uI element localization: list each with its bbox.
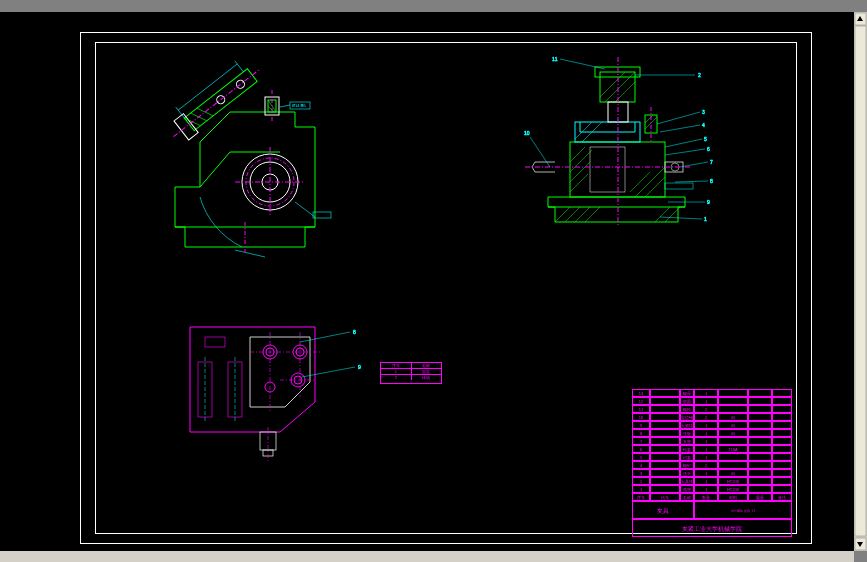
titleblock-cell: 底座 <box>680 485 694 493</box>
titleblock-cell <box>650 413 680 421</box>
svg-line-16 <box>235 61 244 72</box>
titleblock-cell: 定位销 <box>680 413 694 421</box>
svg-line-69 <box>680 162 708 167</box>
titleblock-cell <box>718 453 748 461</box>
titleblock-cell <box>772 405 792 413</box>
titleblock-cell: 11 <box>632 405 650 413</box>
drawing-canvas[interactable]: Ø14基5 <box>10 12 854 551</box>
svg-line-65 <box>665 139 702 147</box>
titleblock-cell: 1 <box>694 445 718 453</box>
titleblock-cell <box>748 429 772 437</box>
titleblock-cell <box>748 485 772 493</box>
title-block: 13螺母112垫圈111螺栓210定位销2459夹紧块1458压板1457支座1… <box>632 389 792 539</box>
svg-rect-82 <box>205 337 225 347</box>
titleblock-cell <box>748 453 772 461</box>
svg-line-63 <box>660 125 700 132</box>
svg-text:7: 7 <box>710 159 713 165</box>
scrollbar-horizontal[interactable] <box>0 551 854 562</box>
svg-text:9: 9 <box>707 199 710 205</box>
titleblock-cell <box>650 485 680 493</box>
svg-rect-34 <box>590 147 625 192</box>
titleblock-cell <box>718 397 748 405</box>
titleblock-header-cell: 代号 <box>650 493 680 501</box>
svg-rect-108 <box>0 12 10 551</box>
titleblock-cell: 45 <box>718 413 748 421</box>
titleblock-cell <box>650 477 680 485</box>
titleblock-cell: 3 <box>632 469 650 477</box>
svg-line-61 <box>657 112 700 124</box>
svg-text:1: 1 <box>704 216 707 222</box>
svg-rect-107 <box>0 551 854 562</box>
titleblock-header-cell: 材料 <box>718 493 748 501</box>
titleblock-cell <box>650 437 680 445</box>
svg-rect-81 <box>665 183 693 189</box>
titleblock-header-cell: 名称 <box>680 493 694 501</box>
titleblock-cell: 压头 <box>680 469 694 477</box>
titleblock-cell <box>718 389 748 397</box>
top-callout-2: 9 <box>358 364 361 370</box>
titleblock-cell: 9 <box>632 421 650 429</box>
titleblock-cell: 2 <box>694 461 718 469</box>
titleblock-cell: 45 <box>718 421 748 429</box>
titleblock-cell: 1 <box>694 453 718 461</box>
svg-line-13 <box>173 69 260 137</box>
titleblock-cell <box>718 437 748 445</box>
svg-line-32 <box>655 207 670 222</box>
svg-text:8: 8 <box>710 178 713 184</box>
svg-line-75 <box>660 217 702 219</box>
titleblock-cell <box>772 453 792 461</box>
svg-line-41 <box>645 177 665 197</box>
titleblock-cell: 7 <box>632 437 650 445</box>
titleblock-cell: 8 <box>632 429 650 437</box>
svg-rect-24 <box>313 212 331 218</box>
titleblock-cell: 螺钉 <box>680 461 694 469</box>
titleblock-cell <box>748 413 772 421</box>
titleblock-cell: 1 <box>694 397 718 405</box>
svg-line-53 <box>645 115 653 123</box>
titleblock-cell <box>748 461 772 469</box>
titleblock-cell <box>718 461 748 469</box>
titleblock-cell: 45 <box>718 469 748 477</box>
scrollbar-vertical[interactable] <box>854 12 867 551</box>
svg-line-35 <box>570 174 588 192</box>
svg-line-23 <box>295 202 315 217</box>
titleblock-cell: 1 <box>694 429 718 437</box>
titleblock-cell: 2 <box>632 477 650 485</box>
titleblock-cell: HT200 <box>718 477 748 485</box>
titleblock-cell: 1 <box>694 421 718 429</box>
top-callout-1: 8 <box>353 329 356 335</box>
titleblock-cell: 夹紧块 <box>680 421 694 429</box>
titleblock-cell <box>650 397 680 405</box>
titleblock-cell: 1 <box>694 477 718 485</box>
svg-line-30 <box>585 207 600 222</box>
titleblock-header-cell: 重量 <box>748 493 772 501</box>
titleblock-cell <box>772 389 792 397</box>
top-view: 8 9 <box>150 302 380 472</box>
titleblock-cell: 1 <box>694 485 718 493</box>
titleblock-cell <box>772 429 792 437</box>
titleblock-cell: 13 <box>632 389 650 397</box>
side-view: 2 3 4 5 6 7 8 9 1 10 11 <box>520 47 750 247</box>
svg-line-1 <box>200 152 230 187</box>
titleblock-cell: 1 <box>694 437 718 445</box>
titleblock-cell <box>748 437 772 445</box>
svg-line-47 <box>600 72 625 97</box>
svg-line-27 <box>555 207 570 222</box>
titleblock-cell <box>748 421 772 429</box>
titleblock-cell <box>772 477 792 485</box>
titleblock-cell <box>748 405 772 413</box>
titleblock-cell: 5 <box>632 453 650 461</box>
titleblock-cell <box>772 469 792 477</box>
titleblock-cell <box>650 469 680 477</box>
titleblock-cell: 6 <box>632 445 650 453</box>
titleblock-cell <box>772 461 792 469</box>
left-margin <box>0 12 10 551</box>
titleblock-cell <box>650 461 680 469</box>
titleblock-cell <box>772 445 792 453</box>
front-view: Ø14基5 <box>130 52 350 262</box>
titleblock-cell: 4 <box>632 461 650 469</box>
titleblock-cell: 45 <box>718 429 748 437</box>
titleblock-cell <box>650 389 680 397</box>
svg-text:2: 2 <box>698 72 701 78</box>
titleblock-cell: 2 <box>694 413 718 421</box>
